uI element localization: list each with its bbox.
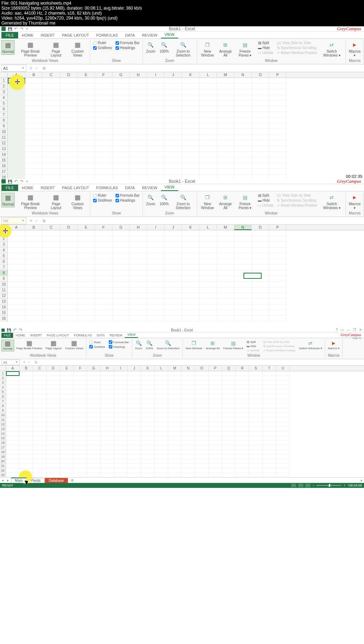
cell[interactable]: [252, 101, 269, 106]
col-header-L[interactable]: L: [199, 72, 217, 78]
cell[interactable]: [60, 413, 74, 417]
cell[interactable]: [60, 175, 77, 179]
cell[interactable]: [269, 253, 287, 259]
cell[interactable]: [141, 436, 155, 441]
tab-review[interactable]: REVIEW: [107, 333, 125, 338]
cell[interactable]: [8, 265, 25, 270]
tab-data[interactable]: DATA: [122, 32, 139, 38]
cell[interactable]: [165, 236, 182, 242]
cell[interactable]: [112, 163, 130, 169]
cell[interactable]: [87, 468, 101, 473]
row-header-20[interactable]: 20: [0, 459, 6, 464]
cell[interactable]: [60, 101, 77, 106]
cell[interactable]: [199, 118, 217, 123]
cell[interactable]: [20, 459, 33, 464]
cell[interactable]: [128, 464, 141, 468]
cell[interactable]: [147, 287, 165, 293]
cell[interactable]: [236, 450, 249, 454]
cell[interactable]: [25, 253, 43, 259]
headings-checkbox[interactable]: Headings: [116, 46, 140, 50]
cell[interactable]: [6, 454, 20, 459]
cell[interactable]: [33, 422, 47, 427]
new-window-button[interactable]: New Window: [198, 40, 217, 58]
cancel-icon[interactable]: ✕: [29, 218, 33, 223]
freeze-panes-button[interactable]: Freeze Panes ▾: [234, 40, 256, 58]
row-header-14[interactable]: 14: [0, 304, 8, 310]
cell[interactable]: [112, 253, 130, 259]
cell[interactable]: [95, 146, 112, 152]
cell[interactable]: [130, 316, 147, 321]
cell[interactable]: [128, 422, 141, 427]
cell[interactable]: [182, 287, 199, 293]
cell[interactable]: [20, 450, 33, 454]
col-header-K[interactable]: K: [182, 72, 199, 78]
normal-view-button[interactable]: Normal: [1, 193, 15, 207]
cell[interactable]: [147, 299, 165, 304]
cell[interactable]: [165, 84, 182, 89]
cell[interactable]: [112, 169, 130, 175]
cell[interactable]: [141, 399, 155, 404]
cell[interactable]: [234, 158, 252, 163]
cell[interactable]: [6, 445, 20, 450]
cell[interactable]: [217, 287, 234, 293]
cell[interactable]: [74, 454, 87, 459]
spreadsheet-grid[interactable]: ABCDEFGHIJKLMNOP12345678910111213141516: [0, 225, 364, 328]
cell[interactable]: [60, 230, 77, 236]
cell[interactable]: [33, 404, 47, 408]
cell[interactable]: [25, 293, 43, 299]
col-header-J[interactable]: J: [165, 72, 182, 78]
cell[interactable]: [25, 101, 43, 106]
grid-body[interactable]: 1234567891011121314151617181920212223: [0, 371, 364, 477]
cell[interactable]: [60, 310, 77, 316]
sign-in-link[interactable]: Sign in: [341, 336, 361, 340]
col-header-M[interactable]: M: [217, 225, 234, 230]
row-header-12[interactable]: 12: [0, 140, 8, 146]
cell[interactable]: [222, 473, 236, 477]
cell[interactable]: [43, 89, 60, 95]
cell[interactable]: [236, 441, 249, 445]
cell[interactable]: [217, 270, 234, 276]
col-header-F[interactable]: F: [74, 366, 87, 371]
cell[interactable]: [95, 282, 112, 287]
cell[interactable]: [147, 163, 165, 169]
chevron-down-icon[interactable]: ▼: [22, 66, 25, 70]
cell[interactable]: [199, 236, 217, 242]
col-header-C[interactable]: C: [33, 366, 47, 371]
cell[interactable]: [128, 436, 141, 441]
cell[interactable]: [209, 431, 222, 436]
cell[interactable]: [95, 78, 112, 84]
cell[interactable]: [6, 427, 20, 431]
cell[interactable]: [112, 175, 130, 179]
cell[interactable]: [276, 385, 290, 390]
row-header-7[interactable]: 7: [0, 399, 6, 404]
col-header-H[interactable]: H: [130, 225, 147, 230]
cell[interactable]: [222, 445, 236, 450]
cell[interactable]: [182, 95, 199, 101]
cell[interactable]: [165, 253, 182, 259]
select-all-button[interactable]: [0, 366, 6, 371]
cell[interactable]: [87, 473, 101, 477]
cell[interactable]: [182, 404, 195, 408]
cell[interactable]: [182, 282, 199, 287]
tab-file[interactable]: FILE: [1, 32, 18, 38]
cell[interactable]: [33, 413, 47, 417]
cell[interactable]: [20, 394, 33, 399]
sync-scrolling-button[interactable]: ⇅ Synchronous Scrolling: [263, 345, 295, 348]
cell[interactable]: [33, 464, 47, 468]
cell[interactable]: [77, 123, 95, 129]
cell[interactable]: [165, 287, 182, 293]
cell[interactable]: [6, 431, 20, 436]
cell[interactable]: [155, 441, 168, 445]
cell[interactable]: [60, 112, 77, 118]
cell[interactable]: [60, 450, 74, 454]
cell[interactable]: [234, 129, 252, 135]
cell[interactable]: [276, 394, 290, 399]
cell[interactable]: [182, 413, 195, 417]
cell[interactable]: [209, 376, 222, 380]
cell[interactable]: [43, 169, 60, 175]
cell[interactable]: [112, 276, 130, 282]
cell[interactable]: [195, 371, 209, 376]
row-header-7[interactable]: 7: [0, 265, 8, 270]
row-header-3[interactable]: 3: [0, 242, 8, 248]
cell[interactable]: [101, 473, 114, 477]
